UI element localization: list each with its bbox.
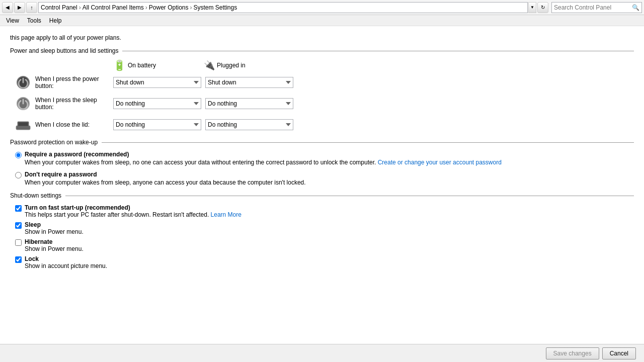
menu-bar: View Tools Help — [0, 15, 644, 26]
power-sleep-title: Power and sleep buttons and lid settings — [10, 47, 118, 54]
lock-label[interactable]: Lock — [25, 255, 39, 262]
require-password-desc: When your computer wakes from sleep, no … — [25, 159, 502, 166]
hibernate-checkbox[interactable] — [15, 239, 22, 246]
main-content: this page apply to all of your power pla… — [0, 26, 644, 344]
password-section-divider — [102, 142, 634, 143]
breadcrumb: Control Panel › All Control Panel Items … — [38, 2, 528, 13]
sleep-button-label: When I press the sleep button: — [35, 97, 113, 111]
intro-text: this page apply to all of your power pla… — [10, 34, 634, 41]
require-password-label[interactable]: Require a password (recommended) — [25, 151, 129, 158]
lock-desc: Show in account picture menu. — [25, 262, 107, 269]
breadcrumb-dropdown-button[interactable]: ▼ — [528, 2, 536, 13]
power-button-on-battery-select[interactable]: Shut down Sleep Hibernate Turn off the d… — [113, 77, 201, 88]
menu-help[interactable]: Help — [45, 16, 66, 25]
power-table: 🔋 On battery 🔌 Plugged in When I press t… — [15, 59, 634, 133]
power-button-icon — [15, 74, 31, 90]
shutdown-title: Shut-down settings — [10, 192, 61, 199]
up-button[interactable]: ↑ — [26, 2, 37, 13]
no-password-radio[interactable] — [15, 172, 22, 178]
plugged-in-label: Plugged in — [217, 62, 246, 69]
sleep-button-plugged-in-select[interactable]: Do nothing Sleep Hibernate Shut down Tur… — [205, 98, 293, 109]
shutdown-section-header: Shut-down settings — [10, 192, 634, 199]
sleep-row: Sleep Show in Power menu. — [15, 221, 634, 235]
sleep-button-on-battery-select[interactable]: Do nothing Sleep Hibernate Shut down Tur… — [113, 98, 201, 109]
sleep-checkbox[interactable] — [15, 222, 22, 229]
on-battery-label: On battery — [128, 62, 156, 69]
lid-plugged-in-select[interactable]: Do nothing Sleep Hibernate Shut down Tur… — [205, 119, 293, 130]
search-box: 🔍 — [551, 2, 642, 13]
power-button-label: When I press the power button: — [35, 75, 113, 89]
lid-selects: Do nothing Sleep Hibernate Shut down Tur… — [113, 119, 293, 130]
hibernate-row: Hibernate Show in Power menu. — [15, 238, 634, 252]
lock-row: Lock Show in account picture menu. — [15, 255, 634, 269]
fast-startup-desc: This helps start your PC faster after sh… — [25, 211, 242, 218]
power-button-row: When I press the power button: Shut down… — [15, 74, 634, 90]
breadcrumb-system-settings: System Settings — [193, 4, 237, 11]
hibernate-label[interactable]: Hibernate — [25, 238, 52, 245]
plug-icon: 🔌 — [204, 60, 215, 71]
battery-icon: 🔋 — [113, 59, 126, 71]
breadcrumb-sep-3: › — [190, 4, 192, 11]
search-icon: 🔍 — [632, 4, 639, 11]
refresh-button[interactable]: ↻ — [537, 2, 548, 13]
no-password-desc: When your computer wakes from sleep, any… — [25, 179, 306, 186]
breadcrumb-power-options[interactable]: Power Options — [149, 4, 189, 11]
sleep-button-icon — [15, 96, 31, 112]
shutdown-section-divider — [65, 196, 634, 196]
forward-button[interactable]: ▶ — [14, 2, 25, 13]
power-button-plugged-in-select[interactable]: Shut down Sleep Hibernate Turn off the d… — [205, 77, 293, 88]
power-sleep-section-header: Power and sleep buttons and lid settings — [10, 47, 634, 54]
sleep-button-selects: Do nothing Sleep Hibernate Shut down Tur… — [113, 98, 293, 109]
lid-label: When I close the lid: — [35, 121, 113, 128]
fast-startup-checkbox[interactable] — [15, 205, 22, 212]
menu-view[interactable]: View — [2, 16, 23, 25]
sleep-button-row: When I press the sleep button: Do nothin… — [15, 96, 634, 112]
fast-startup-label[interactable]: Turn on fast start-up (recommended) — [25, 204, 130, 211]
breadcrumb-all-items[interactable]: All Control Panel Items — [83, 4, 144, 11]
lock-checkbox[interactable] — [15, 256, 22, 263]
cancel-button[interactable]: Cancel — [602, 347, 636, 359]
hibernate-desc: Show in Power menu. — [25, 245, 84, 252]
breadcrumb-sep-1: › — [79, 4, 81, 11]
menu-tools[interactable]: Tools — [23, 16, 45, 25]
password-section: Require a password (recommended) When yo… — [15, 151, 634, 186]
no-password-label[interactable]: Don't require a password — [25, 171, 97, 178]
learn-more-link[interactable]: Learn More — [211, 211, 242, 218]
breadcrumb-control-panel[interactable]: Control Panel — [41, 4, 77, 11]
password-title: Password protection on wake-up — [10, 139, 98, 146]
section-divider — [122, 51, 634, 51]
power-button-selects: Shut down Sleep Hibernate Turn off the d… — [113, 77, 293, 88]
save-changes-button[interactable]: Save changes — [546, 347, 599, 359]
require-password-radio[interactable] — [15, 152, 22, 158]
shutdown-section: Turn on fast start-up (recommended) This… — [15, 204, 634, 269]
col-on-battery: 🔋 On battery — [113, 59, 204, 71]
address-bar: ◀ ▶ ↑ Control Panel › All Control Panel … — [0, 0, 644, 15]
lid-on-battery-select[interactable]: Do nothing Sleep Hibernate Shut down Tur… — [113, 119, 201, 130]
col-plugged-in: 🔌 Plugged in — [204, 59, 294, 71]
search-input[interactable] — [554, 4, 632, 11]
lid-row: When I close the lid: Do nothing Sleep H… — [15, 117, 634, 133]
sleep-desc: Show in Power menu. — [25, 228, 84, 235]
column-headers: 🔋 On battery 🔌 Plugged in — [113, 59, 634, 71]
svg-rect-4 — [19, 123, 28, 126]
fast-startup-row: Turn on fast start-up (recommended) This… — [15, 204, 634, 218]
breadcrumb-sep-2: › — [145, 4, 147, 11]
require-password-row: Require a password (recommended) When yo… — [15, 151, 634, 166]
sleep-label[interactable]: Sleep — [25, 221, 41, 228]
no-password-row: Don't require a password When your compu… — [15, 171, 634, 186]
bottom-bar: Save changes Cancel — [0, 344, 644, 362]
create-password-link[interactable]: Create or change your user account passw… — [378, 159, 502, 166]
back-button[interactable]: ◀ — [2, 2, 13, 13]
password-section-header: Password protection on wake-up — [10, 139, 634, 146]
lid-icon — [15, 117, 31, 133]
